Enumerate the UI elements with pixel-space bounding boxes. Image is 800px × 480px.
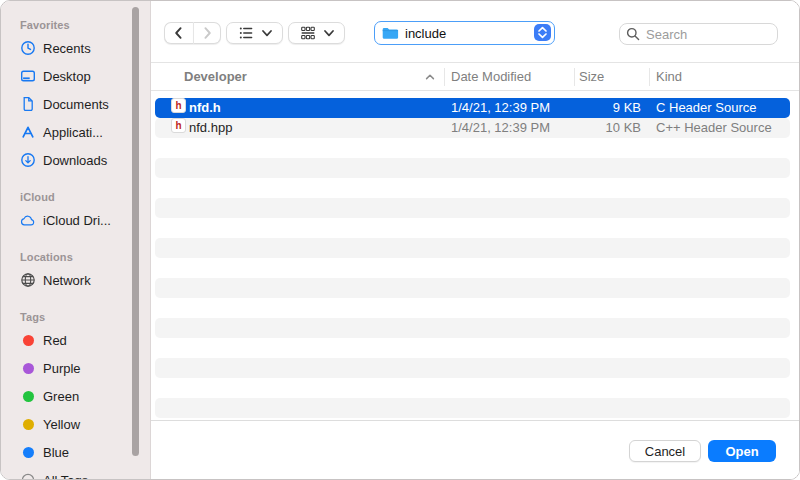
column-header-name[interactable]: Developer	[184, 63, 247, 91]
open-button[interactable]: Open	[708, 440, 776, 462]
sidebar-item-label: Purple	[43, 361, 81, 376]
cpp-header-file-icon: h	[171, 118, 186, 138]
empty-row-stripe	[155, 158, 790, 178]
tag-dot-purple-icon	[20, 360, 36, 376]
sidebar-item-desktop[interactable]: Desktop	[1, 62, 150, 90]
column-header-row: Developer Date Modified Size Kind	[151, 63, 799, 91]
folder-popup-value: include	[405, 26, 446, 41]
sidebar-item-label: All Tags	[43, 473, 88, 480]
popup-stepper-icon	[534, 24, 551, 41]
search-input[interactable]	[619, 23, 778, 45]
chevron-right-icon	[199, 25, 215, 41]
sidebar-item-tag-purple[interactable]: Purple	[1, 354, 150, 382]
search-field	[619, 23, 778, 45]
empty-row-stripe	[155, 278, 790, 298]
sidebar-item-label: Desktop	[43, 69, 91, 84]
tag-dot-red-icon	[20, 332, 36, 348]
c-header-file-icon: h	[171, 98, 186, 118]
file-kind: C++ Header Source	[656, 118, 772, 138]
sidebar-section-tags: Tags	[20, 311, 150, 323]
sidebar-item-documents[interactable]: Documents	[1, 90, 150, 118]
chevron-left-icon	[171, 25, 187, 41]
chevron-down-icon	[324, 30, 334, 37]
sidebar-item-network[interactable]: Network	[1, 266, 150, 294]
icloud-drive-icon	[20, 212, 36, 228]
empty-row-stripe	[155, 398, 790, 418]
list-view-button[interactable]	[226, 22, 283, 44]
toolbar: include	[151, 1, 799, 63]
file-list: h nfd.h 1/4/21, 12:39 PM 9 KB C Header S…	[151, 91, 799, 422]
sidebar-item-label: Network	[43, 273, 91, 288]
downloads-icon	[20, 152, 36, 168]
dialog-content: include Developer Date Modified Size	[151, 1, 799, 479]
tag-dot-yellow-icon	[20, 416, 36, 432]
sidebar-item-downloads[interactable]: Downloads	[1, 146, 150, 174]
file-row-nfd-hpp[interactable]: h nfd.hpp 1/4/21, 12:39 PM 10 KB C++ Hea…	[155, 118, 790, 138]
sidebar-section-locations: Locations	[20, 251, 150, 263]
dialog-footer: Cancel Open	[151, 420, 799, 479]
file-kind: C Header Source	[656, 98, 756, 118]
column-header-date-modified[interactable]: Date Modified	[451, 63, 531, 91]
column-divider[interactable]	[444, 68, 445, 86]
group-view-button[interactable]	[288, 22, 345, 44]
sidebar-item-label: Blue	[43, 445, 69, 460]
column-header-size[interactable]: Size	[579, 63, 604, 91]
applications-icon	[20, 124, 36, 140]
sidebar-item-label: Documents	[43, 97, 109, 112]
file-size: 10 KB	[551, 118, 641, 138]
empty-row-stripe	[155, 318, 790, 338]
empty-row-stripe	[155, 198, 790, 218]
sidebar-item-label: Yellow	[43, 417, 80, 432]
sort-ascending-icon	[424, 71, 436, 86]
sidebar-section-favorites: Favorites	[20, 19, 150, 31]
tag-dot-green-icon	[20, 388, 36, 404]
file-row-nfd-h[interactable]: h nfd.h 1/4/21, 12:39 PM 9 KB C Header S…	[155, 98, 790, 118]
sidebar-item-label: Applicati...	[43, 125, 103, 140]
all-tags-icon	[20, 472, 36, 479]
sidebar-section-icloud: iCloud	[20, 191, 150, 203]
tag-dot-blue-icon	[20, 444, 36, 460]
list-view-icon	[238, 25, 254, 41]
back-button[interactable]	[164, 22, 193, 44]
sidebar-item-icloud-drive[interactable]: iCloud Dri...	[1, 206, 150, 234]
sidebar-item-all-tags[interactable]: All Tags	[1, 466, 150, 479]
file-name: nfd.h	[189, 98, 221, 118]
sidebar-item-tag-blue[interactable]: Blue	[1, 438, 150, 466]
folder-popup-button[interactable]: include	[374, 21, 555, 45]
sidebar-item-label: Recents	[43, 41, 91, 56]
documents-icon	[20, 96, 36, 112]
file-name: nfd.hpp	[189, 118, 232, 138]
sidebar-item-label: Green	[43, 389, 79, 404]
sidebar-item-tag-yellow[interactable]: Yellow	[1, 410, 150, 438]
empty-row-stripe	[155, 238, 790, 258]
sidebar-item-label: Red	[43, 333, 67, 348]
group-view-icon	[300, 25, 316, 41]
sidebar-item-recents[interactable]: Recents	[1, 34, 150, 62]
column-divider[interactable]	[574, 68, 575, 86]
desktop-icon	[20, 68, 36, 84]
sidebar-scrollbar[interactable]	[132, 7, 139, 456]
recents-clock-icon	[20, 40, 36, 56]
network-globe-icon	[20, 272, 36, 288]
sidebar-item-tag-green[interactable]: Green	[1, 382, 150, 410]
sidebar-item-applications[interactable]: Applicati...	[1, 118, 150, 146]
open-file-dialog: Favorites Recents Desktop Documents Appl…	[0, 0, 800, 480]
column-divider[interactable]	[649, 68, 650, 86]
cancel-button[interactable]: Cancel	[629, 440, 701, 462]
sidebar: Favorites Recents Desktop Documents Appl…	[1, 1, 151, 479]
chevron-down-icon	[262, 30, 272, 37]
forward-button[interactable]	[193, 22, 221, 44]
search-icon	[626, 27, 640, 44]
file-size: 9 KB	[551, 98, 641, 118]
file-date: 1/4/21, 12:39 PM	[451, 118, 550, 138]
file-date: 1/4/21, 12:39 PM	[451, 98, 550, 118]
column-header-kind[interactable]: Kind	[656, 63, 682, 91]
sidebar-item-tag-red[interactable]: Red	[1, 326, 150, 354]
empty-row-stripe	[155, 358, 790, 378]
sidebar-item-label: iCloud Dri...	[43, 213, 111, 228]
folder-icon	[382, 27, 399, 40]
sidebar-item-label: Downloads	[43, 153, 107, 168]
